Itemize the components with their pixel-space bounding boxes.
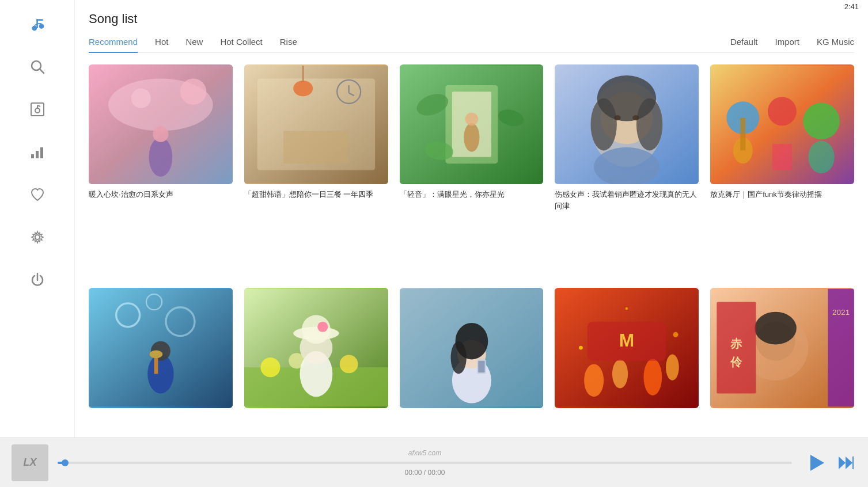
player-controls: [803, 450, 856, 475]
svg-point-84: [666, 355, 679, 381]
svg-marker-100: [839, 456, 846, 469]
tab-rise[interactable]: Rise: [280, 37, 297, 52]
song-card-3[interactable]: 「轻音」：满眼星光，你亦星光: [400, 64, 544, 274]
song-title-4: 伤感女声：我试着销声匿迹才发现真的无人问津: [555, 189, 699, 211]
page-title: Song list: [89, 12, 854, 26]
svg-point-95: [755, 312, 797, 345]
svg-point-20: [153, 126, 168, 142]
svg-point-82: [612, 360, 628, 389]
svg-point-19: [149, 138, 172, 177]
svg-rect-52: [772, 144, 792, 170]
svg-marker-101: [846, 456, 852, 469]
watermark-text: afxw5.com: [408, 449, 441, 457]
song-card-5[interactable]: 放克舞厅｜国产funk节奏律动摇摆: [710, 64, 854, 274]
chart-nav-icon[interactable]: [25, 139, 50, 165]
song-title-3: 「轻音」：满眼星光，你亦星光: [400, 189, 544, 200]
svg-point-87: [579, 346, 583, 350]
svg-point-41: [591, 98, 617, 151]
tabs-right: Default Import KG Music: [730, 37, 854, 52]
svg-point-1: [39, 24, 44, 29]
svg-rect-91: [828, 289, 854, 406]
svg-text:伶: 伶: [730, 356, 743, 368]
svg-point-43: [615, 115, 621, 120]
tab-kg-music[interactable]: KG Music: [817, 37, 854, 52]
svg-text:赤: 赤: [731, 338, 743, 351]
tab-recommend[interactable]: Recommend: [89, 37, 138, 52]
song-thumbnail-10: 2021 赤 伶: [710, 288, 854, 408]
song-thumbnail-6: [89, 288, 233, 408]
song-title-1: 暖入心坎·治愈の日系女声: [89, 189, 233, 200]
player-progress-area: afxw5.com 00:00 / 00:00: [58, 449, 792, 477]
song-thumbnail-5: [710, 64, 854, 184]
song-grid: 暖入心坎·治愈の日系女声: [89, 64, 854, 487]
tab-default[interactable]: Default: [730, 37, 758, 52]
svg-point-44: [633, 115, 639, 120]
svg-point-53: [809, 140, 835, 173]
svg-point-49: [803, 103, 840, 140]
sidebar: [0, 0, 75, 437]
player-album-art: LX: [12, 444, 48, 481]
favorite-nav-icon[interactable]: [25, 182, 50, 207]
song-thumbnail-2: [244, 64, 388, 184]
svg-point-35: [464, 123, 479, 152]
song-thumbnail-7: [244, 288, 388, 408]
svg-rect-102: [852, 456, 854, 469]
svg-point-48: [768, 97, 797, 125]
main-content: Song list Recommend Hot New Hot Collect …: [75, 0, 868, 487]
svg-point-77: [450, 341, 466, 374]
system-time: 2:41: [844, 0, 859, 13]
svg-rect-6: [31, 103, 44, 116]
settings-nav-icon[interactable]: [25, 225, 50, 250]
svg-rect-3: [36, 19, 43, 21]
song-thumbnail-3: [400, 64, 544, 184]
skip-forward-button[interactable]: [836, 452, 856, 473]
svg-point-42: [636, 98, 662, 151]
music-list-nav-icon[interactable]: [25, 97, 50, 122]
svg-rect-12: [40, 147, 43, 158]
svg-rect-51: [740, 118, 745, 151]
svg-rect-28: [283, 131, 349, 163]
svg-point-64: [260, 358, 280, 378]
svg-point-17: [180, 79, 206, 105]
svg-rect-11: [36, 151, 39, 158]
svg-point-89: [626, 307, 628, 310]
tab-hot[interactable]: Hot: [155, 37, 168, 52]
svg-point-81: [584, 364, 604, 397]
power-nav-icon[interactable]: [25, 267, 50, 292]
song-thumbnail-9: M: [555, 288, 699, 408]
svg-point-71: [317, 322, 328, 332]
svg-text:M: M: [619, 330, 634, 351]
svg-point-61: [150, 351, 163, 359]
svg-point-66: [340, 355, 358, 374]
svg-point-36: [465, 113, 478, 126]
search-nav-icon[interactable]: [25, 54, 50, 79]
svg-point-18: [131, 89, 151, 108]
song-card-2[interactable]: 「超甜韩语」想陪你一日三餐 一年四季: [244, 64, 388, 274]
tab-import[interactable]: Import: [775, 37, 799, 52]
svg-line-5: [40, 69, 44, 73]
bottom-player: LX afxw5.com 00:00 / 00:00: [0, 437, 868, 487]
progress-track[interactable]: [58, 462, 792, 464]
svg-point-13: [35, 235, 40, 239]
song-card-4[interactable]: 伤感女声：我试着销声匿迹才发现真的无人问津: [555, 64, 699, 274]
svg-text:2021: 2021: [832, 309, 850, 317]
tabs-bar: Recommend Hot New Hot Collect Rise Defau…: [89, 37, 854, 53]
song-title-5: 放克舞厅｜国产funk节奏律动摇摆: [710, 189, 854, 200]
song-title-2: 「超甜韩语」想陪你一日三餐 一年四季: [244, 189, 388, 200]
play-button[interactable]: [803, 450, 829, 475]
tabs-left: Recommend Hot New Hot Collect Rise: [89, 37, 730, 52]
svg-rect-10: [31, 154, 34, 158]
svg-rect-79: [478, 361, 484, 372]
svg-point-27: [293, 81, 313, 96]
progress-bar-container[interactable]: [58, 462, 792, 464]
app-logo-icon[interactable]: [25, 12, 50, 37]
song-thumbnail-8: [400, 288, 544, 408]
song-thumbnail-4: [555, 64, 699, 184]
progress-dot[interactable]: [62, 459, 69, 466]
song-thumbnail-1: [89, 64, 233, 184]
time-display: 00:00 / 00:00: [404, 469, 445, 477]
tab-new[interactable]: New: [185, 37, 203, 52]
tab-hot-collect[interactable]: Hot Collect: [220, 37, 262, 52]
svg-point-7: [35, 108, 40, 113]
song-card-1[interactable]: 暖入心坎·治愈の日系女声: [89, 64, 233, 274]
